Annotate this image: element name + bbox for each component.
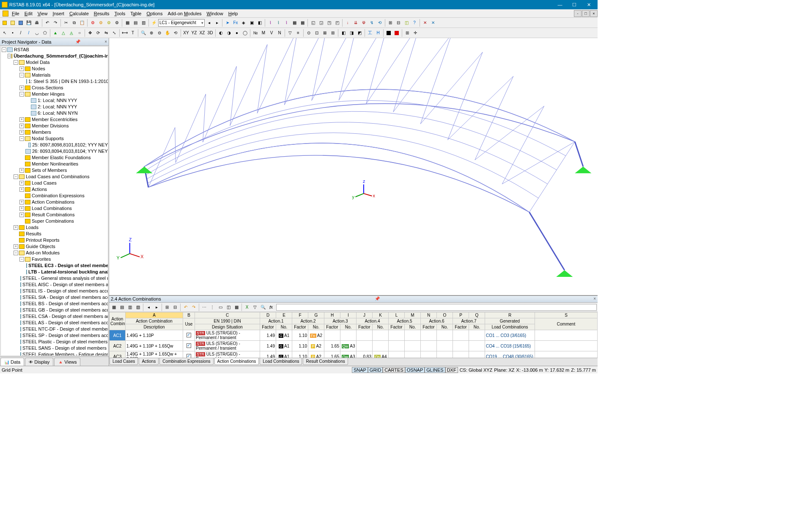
load3-icon[interactable]: ⟱ xyxy=(360,19,368,27)
menu-calculate[interactable]: Calculate xyxy=(67,10,91,17)
print-icon[interactable]: 🖶 xyxy=(33,19,41,27)
load5-icon[interactable]: ⟲ xyxy=(376,19,384,27)
menu-view[interactable]: View xyxy=(35,10,50,17)
node-icon[interactable]: • xyxy=(9,29,16,37)
navigator-close-icon[interactable]: × xyxy=(104,39,107,44)
close-button[interactable]: ✕ xyxy=(582,0,596,9)
tt5-icon[interactable]: ⊞ xyxy=(163,304,171,311)
menu-file[interactable]: File xyxy=(9,10,22,17)
table-tab[interactable]: Combination Expressions xyxy=(159,358,213,365)
render2-icon[interactable]: ◑ xyxy=(225,29,233,37)
grid2-icon[interactable]: ▤ xyxy=(132,19,139,27)
table-close-icon[interactable]: × xyxy=(593,296,596,302)
view2-icon[interactable]: ⊟ xyxy=(395,19,402,27)
diagram3-icon[interactable]: ⌇ xyxy=(283,19,290,27)
addon-module-item[interactable]: STEEL SP - Design of steel members accor… xyxy=(19,332,108,339)
save-icon[interactable] xyxy=(17,19,25,27)
addon-module-item[interactable]: STEEL Fatigue Members - Fatigue design xyxy=(19,351,108,356)
addon-module-item[interactable]: STEEL Plastic - Design of steel members … xyxy=(19,339,108,345)
wire-icon[interactable]: ◯ xyxy=(241,29,249,37)
open-icon[interactable] xyxy=(9,19,16,27)
table-tab[interactable]: Action Combinations xyxy=(214,358,259,365)
tt3-icon[interactable]: ▥ xyxy=(126,304,134,311)
arc-icon[interactable]: ◡ xyxy=(33,29,41,37)
mirror-icon[interactable]: ⇋ xyxy=(102,29,110,37)
minimize-button[interactable]: — xyxy=(553,0,567,9)
new-icon[interactable] xyxy=(1,19,8,27)
sup1-icon[interactable]: ▲ xyxy=(52,29,59,37)
saveas-icon[interactable]: 💾 xyxy=(25,19,33,27)
disp4-icon[interactable]: N xyxy=(276,29,283,37)
snap2-icon[interactable]: ⊡ xyxy=(313,29,321,37)
table-tab[interactable]: Result Combinations xyxy=(303,358,348,365)
tt-fx-icon[interactable]: fx xyxy=(267,304,275,311)
clip1-icon[interactable]: ◧ xyxy=(340,29,347,37)
loadcase-combo[interactable]: LC1 - Eigengewicht xyxy=(158,19,205,27)
tt-next-icon[interactable]: ▸ xyxy=(153,304,160,311)
tt2-icon[interactable]: ▤ xyxy=(118,304,126,311)
mdi-min[interactable]: - xyxy=(574,10,582,17)
lc-icon[interactable]: ⚡ xyxy=(150,19,158,27)
redo-icon[interactable]: ↷ xyxy=(52,19,59,27)
tt-excel-icon[interactable]: X xyxy=(243,304,251,311)
tt-filter-icon[interactable]: ▽ xyxy=(251,304,259,311)
diagram2-icon[interactable]: ⌇ xyxy=(274,19,282,27)
tt10-icon[interactable]: ◫ xyxy=(225,304,232,311)
navigator-pin-icon[interactable]: 📌 xyxy=(75,39,80,44)
sup3-icon[interactable]: ◬ xyxy=(68,29,75,37)
tt-prev-icon[interactable]: ◂ xyxy=(145,304,152,311)
lc-prev-icon[interactable]: ◂ xyxy=(205,19,213,27)
clip2-icon[interactable]: ◨ xyxy=(348,29,355,37)
undo-icon[interactable]: ↶ xyxy=(44,19,51,27)
pan-icon[interactable]: ✋ xyxy=(164,29,171,37)
result2-icon[interactable]: ▦ xyxy=(299,19,306,27)
render1-icon[interactable]: ◐ xyxy=(217,29,225,37)
member-icon[interactable]: / xyxy=(25,29,33,37)
rotate-icon[interactable]: ⟳ xyxy=(94,29,102,37)
mdi-close[interactable]: × xyxy=(590,10,598,17)
nav-tab-views[interactable]: 🔺 Views xyxy=(54,358,80,366)
table-row[interactable]: AC2 1.49G + 1.10P + 1.65Qw STR ULS (STR/… xyxy=(110,341,598,351)
orbit-icon[interactable]: ⟲ xyxy=(172,29,179,37)
render3-icon[interactable]: ● xyxy=(233,29,241,37)
grid-icon[interactable]: ⊞ xyxy=(403,29,411,37)
menu-edit[interactable]: Edit xyxy=(22,10,35,17)
status-toggle[interactable]: SNAP xyxy=(352,367,368,373)
tt6-icon[interactable]: ⊟ xyxy=(171,304,179,311)
table-pin-icon[interactable]: 📌 xyxy=(375,296,380,302)
view1-icon[interactable]: ⊞ xyxy=(387,19,394,27)
persp-icon[interactable]: ▣ xyxy=(248,19,255,27)
snap1-icon[interactable]: ⊙ xyxy=(305,29,313,37)
mdi-max[interactable]: □ xyxy=(582,10,590,17)
addon-module-item[interactable]: STEEL SIA - Design of steel members acco… xyxy=(19,294,108,301)
diagram1-icon[interactable]: ⌇ xyxy=(266,19,274,27)
calc3-icon[interactable]: ⚙ xyxy=(105,19,112,27)
x1-icon[interactable]: ✕ xyxy=(421,19,429,27)
axis-icon[interactable]: ✛ xyxy=(411,29,419,37)
sec2-icon[interactable]: H xyxy=(374,29,382,37)
layer-icon[interactable]: ≡ xyxy=(294,29,302,37)
addon-module-item[interactable]: STEEL IS - Design of steel members accor… xyxy=(19,288,108,294)
line-icon[interactable]: / xyxy=(17,29,25,37)
table-tab[interactable]: Load Cases xyxy=(110,358,138,365)
clip3-icon[interactable]: ◩ xyxy=(356,29,363,37)
calc4-icon[interactable]: ⚙ xyxy=(113,19,121,27)
misc4-icon[interactable]: ◰ xyxy=(333,19,341,27)
addon-module-item[interactable]: STEEL - General stress analysis of steel… xyxy=(19,275,108,282)
text-icon[interactable]: T xyxy=(129,29,137,37)
zoom3-icon[interactable]: ⊖ xyxy=(156,29,163,37)
nav-tab-data[interactable]: 📊 Data xyxy=(0,358,24,366)
addon-module-item[interactable]: STEEL AS - Design of steel members accor… xyxy=(19,320,108,326)
addon-module-item[interactable]: STEEL BS - Design of steel members accor… xyxy=(19,301,108,307)
table-tab[interactable]: Load Combinations xyxy=(260,358,302,365)
status-toggle[interactable]: DXF xyxy=(445,367,458,373)
hinges-icon[interactable]: ○ xyxy=(76,29,83,37)
zoom1-icon[interactable]: 🔍 xyxy=(140,29,147,37)
grid3-icon[interactable]: ▥ xyxy=(140,19,147,27)
calc2-icon[interactable]: ⚙ xyxy=(97,19,104,27)
sec1-icon[interactable]: 工 xyxy=(366,29,374,37)
tt-find-icon[interactable]: 🔍 xyxy=(259,304,267,311)
menu-help[interactable]: Help xyxy=(226,10,241,17)
model-viewport[interactable]: z y x Z Y X xyxy=(109,38,598,295)
result1-icon[interactable]: ▦ xyxy=(291,19,298,27)
